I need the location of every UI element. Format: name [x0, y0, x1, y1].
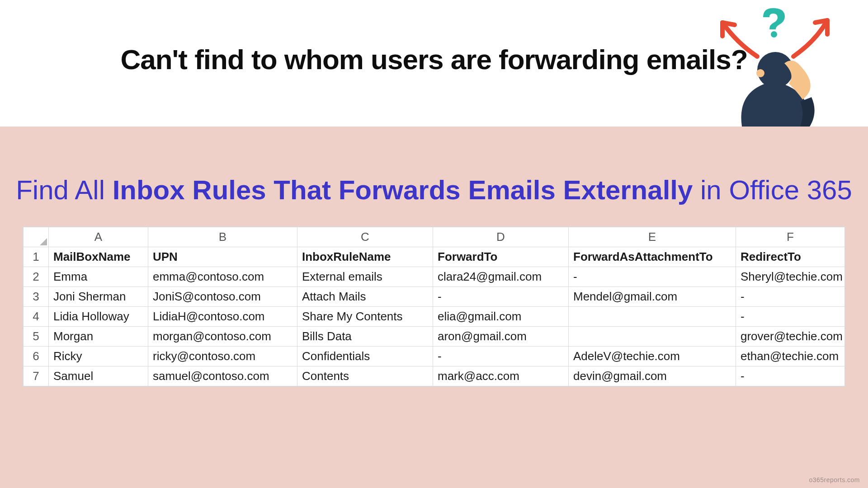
- cell[interactable]: Emma: [49, 267, 148, 287]
- subhead-part-b: Inbox Rules That Forwards Emails Externa…: [113, 175, 693, 205]
- cell[interactable]: grover@techie.com: [736, 327, 845, 347]
- row-number[interactable]: 4: [24, 307, 49, 327]
- col-header-F[interactable]: F: [736, 227, 845, 247]
- cell[interactable]: LidiaH@contoso.com: [148, 307, 297, 327]
- row-number[interactable]: 2: [24, 267, 49, 287]
- row-number[interactable]: 1: [24, 247, 49, 267]
- table-row: 2 Emma emma@contoso.com External emails …: [24, 267, 845, 287]
- cell[interactable]: Mendel@gmail.com: [569, 287, 736, 307]
- cell[interactable]: samuel@contoso.com: [148, 366, 297, 386]
- column-letter-row: A B C D E F: [24, 227, 845, 247]
- arrow-right-icon: [793, 20, 827, 56]
- cell[interactable]: Lidia Holloway: [49, 307, 148, 327]
- cell[interactable]: morgan@contoso.com: [148, 327, 297, 347]
- table-row: 5 Morgan morgan@contoso.com Bills Data a…: [24, 327, 845, 347]
- select-all-corner[interactable]: [24, 227, 49, 247]
- cell[interactable]: -: [433, 347, 569, 366]
- subhead-part-a: Find All: [16, 175, 112, 205]
- cell[interactable]: aron@gmail.com: [433, 327, 569, 347]
- cell[interactable]: Samuel: [49, 366, 148, 386]
- table-row: 6 Ricky ricky@contoso.com Confidentials …: [24, 347, 845, 366]
- cell[interactable]: Attach Mails: [297, 287, 433, 307]
- cell[interactable]: -: [569, 267, 736, 287]
- cell[interactable]: JoniS@contoso.com: [148, 287, 297, 307]
- row-number[interactable]: 5: [24, 327, 49, 347]
- top-section: Can't find to whom users are forwarding …: [0, 0, 868, 127]
- cell[interactable]: ForwardAsAttachmentTo: [569, 247, 736, 267]
- cell[interactable]: ricky@contoso.com: [148, 347, 297, 366]
- cell[interactable]: devin@gmail.com: [569, 366, 736, 386]
- cell[interactable]: -: [433, 287, 569, 307]
- cell[interactable]: -: [736, 307, 845, 327]
- cell[interactable]: ethan@techie.com: [736, 347, 845, 366]
- row-number[interactable]: 3: [24, 287, 49, 307]
- cell[interactable]: RedirectTo: [736, 247, 845, 267]
- cell[interactable]: Ricky: [49, 347, 148, 366]
- sub-heading: Find All Inbox Rules That Forwards Email…: [0, 172, 868, 208]
- cell[interactable]: emma@contoso.com: [148, 267, 297, 287]
- attribution-text: o365reports.com: [809, 476, 860, 483]
- svg-point-2: [756, 69, 764, 77]
- cell[interactable]: Share My Contents: [297, 307, 433, 327]
- cell[interactable]: Contents: [297, 366, 433, 386]
- col-header-D[interactable]: D: [433, 227, 569, 247]
- row-number[interactable]: 7: [24, 366, 49, 386]
- cell[interactable]: -: [736, 287, 845, 307]
- question-mark-icon: [763, 8, 785, 38]
- cell[interactable]: Morgan: [49, 327, 148, 347]
- col-header-E[interactable]: E: [569, 227, 736, 247]
- cell[interactable]: [569, 327, 736, 347]
- subhead-part-c: in Office 365: [693, 175, 852, 205]
- cell[interactable]: UPN: [148, 247, 297, 267]
- table-row: 3 Joni Sherman JoniS@contoso.com Attach …: [24, 287, 845, 307]
- cell[interactable]: External emails: [297, 267, 433, 287]
- bottom-section: Find All Inbox Rules That Forwards Email…: [0, 127, 868, 488]
- row-number[interactable]: 6: [24, 347, 49, 366]
- cell[interactable]: -: [736, 366, 845, 386]
- spreadsheet: A B C D E F 1 MailBoxName UPN InboxRuleN…: [23, 226, 845, 387]
- col-header-C[interactable]: C: [297, 227, 433, 247]
- table-row: 1 MailBoxName UPN InboxRuleName ForwardT…: [24, 247, 845, 267]
- col-header-A[interactable]: A: [49, 227, 148, 247]
- cell[interactable]: clara24@gmail.com: [433, 267, 569, 287]
- arrow-left-icon: [722, 23, 757, 56]
- cell[interactable]: Bills Data: [297, 327, 433, 347]
- cell[interactable]: Joni Sherman: [49, 287, 148, 307]
- cell[interactable]: mark@acc.com: [433, 366, 569, 386]
- spreadsheet-table: A B C D E F 1 MailBoxName UPN InboxRuleN…: [23, 227, 845, 386]
- person-icon: [741, 52, 815, 136]
- cell[interactable]: MailBoxName: [49, 247, 148, 267]
- cell[interactable]: [569, 307, 736, 327]
- col-header-B[interactable]: B: [148, 227, 297, 247]
- table-row: 7 Samuel samuel@contoso.com Contents mar…: [24, 366, 845, 386]
- cell[interactable]: ForwardTo: [433, 247, 569, 267]
- cell[interactable]: elia@gmail.com: [433, 307, 569, 327]
- table-row: 4 Lidia Holloway LidiaH@contoso.com Shar…: [24, 307, 845, 327]
- confused-person-illustration: [705, 5, 841, 136]
- cell[interactable]: Confidentials: [297, 347, 433, 366]
- cell[interactable]: AdeleV@techie.com: [569, 347, 736, 366]
- svg-point-0: [771, 31, 777, 38]
- cell[interactable]: Sheryl@techie.com: [736, 267, 845, 287]
- cell[interactable]: InboxRuleName: [297, 247, 433, 267]
